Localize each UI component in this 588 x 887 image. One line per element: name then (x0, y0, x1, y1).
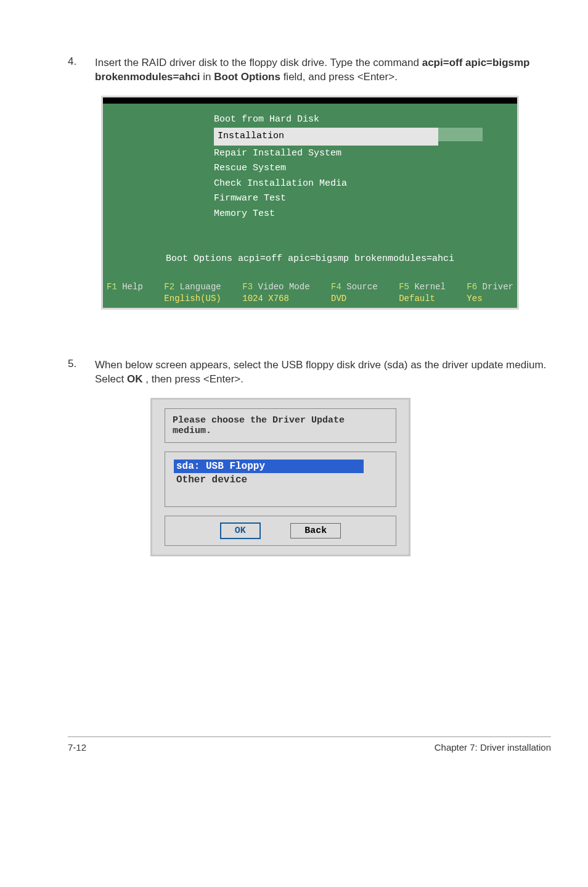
menu-item-boot-from-hard-disk[interactable]: Boot from Hard Disk (214, 112, 319, 128)
page-number: 7-12 (68, 742, 86, 753)
dialog-title: Please choose the Driver Update medium. (165, 408, 396, 443)
fkey-label: Source (346, 282, 377, 292)
fkey-label: Help (122, 282, 143, 292)
text-span: in (203, 71, 214, 83)
chapter-title: Chapter 7: Driver installation (435, 742, 551, 753)
boot-menu-screenshot: Boot from Hard Disk Installation Repair … (101, 96, 519, 310)
fkey-f2-language[interactable]: F2 Language English(US) (164, 281, 221, 303)
menu-item-label: Check Installation Media (214, 178, 347, 189)
step-number: 4. (68, 56, 95, 68)
fkey-label: Kernel (414, 282, 445, 292)
menu-item-label: Rescue System (214, 163, 286, 173)
step-text: When below screen appears, select the US… (95, 358, 551, 387)
menu-item-memory-test[interactable]: Memory Test (214, 207, 275, 222)
fkey-key: F3 (242, 282, 253, 292)
boot-fkeys-row: F1 Help F2 Language English(US) F3 Video… (103, 281, 517, 307)
back-button[interactable]: Back (290, 523, 341, 538)
step-number: 5. (68, 358, 95, 370)
fkey-value: 1024 X768 (242, 294, 289, 303)
fkey-f6-driver[interactable]: F6 Driver Yes (467, 281, 513, 303)
text-span: Insert the RAID driver disk to the flopp… (95, 57, 422, 68)
dialog-buttons: OK Back (165, 516, 396, 546)
footer-wrap: 7-12 Chapter 7: Driver installation (0, 736, 588, 753)
fkey-f1-help[interactable]: F1 Help (107, 281, 143, 303)
menu-item-label: Memory Test (214, 208, 275, 219)
step-text: Insert the RAID driver disk to the flopp… (95, 56, 551, 85)
menu-item-check-installation-media[interactable]: Check Installation Media (214, 176, 347, 192)
fkey-f5-kernel[interactable]: F5 Kernel Default (399, 281, 446, 303)
step-5: 5. When below screen appears, select the… (68, 358, 551, 387)
boot-top-band (103, 97, 517, 104)
list-item-sda-usb-floppy[interactable]: sda: USB Floppy (174, 460, 364, 473)
boot-menu-list: Boot from Hard Disk Installation Repair … (103, 104, 517, 222)
page: 4. Insert the RAID driver disk to the fl… (0, 0, 588, 790)
menu-item-rescue-system[interactable]: Rescue System (214, 161, 286, 176)
menu-item-installation[interactable]: Installation (214, 127, 483, 146)
fkey-label: Driver (483, 282, 513, 292)
text-span: field, and press <Enter>. (284, 71, 398, 83)
footer: 7-12 Chapter 7: Driver installation (0, 737, 588, 753)
boot-highlight-bar (438, 128, 483, 141)
field-name: Boot Options (214, 71, 280, 83)
ok-button[interactable]: OK (220, 522, 261, 539)
fkey-value: Yes (467, 294, 482, 303)
step-4: 4. Insert the RAID driver disk to the fl… (68, 56, 551, 85)
fkey-key: F2 (164, 282, 174, 292)
driver-update-dialog: Please choose the Driver Update medium. … (150, 398, 410, 556)
text-span: , then press <Enter>. (145, 373, 243, 385)
fkey-f3-video-mode[interactable]: F3 Video Mode 1024 X768 (242, 281, 309, 303)
fkey-label: Language (180, 282, 221, 292)
boot-options-line: Boot Options acpi=off apic=bigsmp broken… (103, 254, 517, 264)
fkey-key: F4 (331, 282, 341, 292)
list-item-other-device[interactable]: Other device (174, 473, 387, 487)
menu-item-label: Firmware Test (214, 193, 286, 204)
menu-item-label: Repair Installed System (214, 148, 341, 159)
menu-item-firmware-test[interactable]: Firmware Test (214, 191, 286, 207)
fkey-key: F5 (399, 282, 409, 292)
dialog-list: sda: USB Floppy Other device (165, 452, 396, 507)
fkey-key: F1 (107, 282, 117, 292)
fkey-label: Video Mode (258, 282, 310, 292)
menu-item-label: Installation (214, 128, 438, 146)
fkey-value: Default (399, 294, 435, 303)
fkey-value: English(US) (164, 294, 221, 303)
menu-item-repair-installed-system[interactable]: Repair Installed System (214, 146, 341, 162)
fkey-f4-source[interactable]: F4 Source DVD (331, 281, 378, 303)
button-name: OK (127, 373, 143, 385)
menu-item-label: Boot from Hard Disk (214, 114, 319, 125)
fkey-value: DVD (331, 294, 346, 303)
fkey-key: F6 (467, 282, 477, 292)
